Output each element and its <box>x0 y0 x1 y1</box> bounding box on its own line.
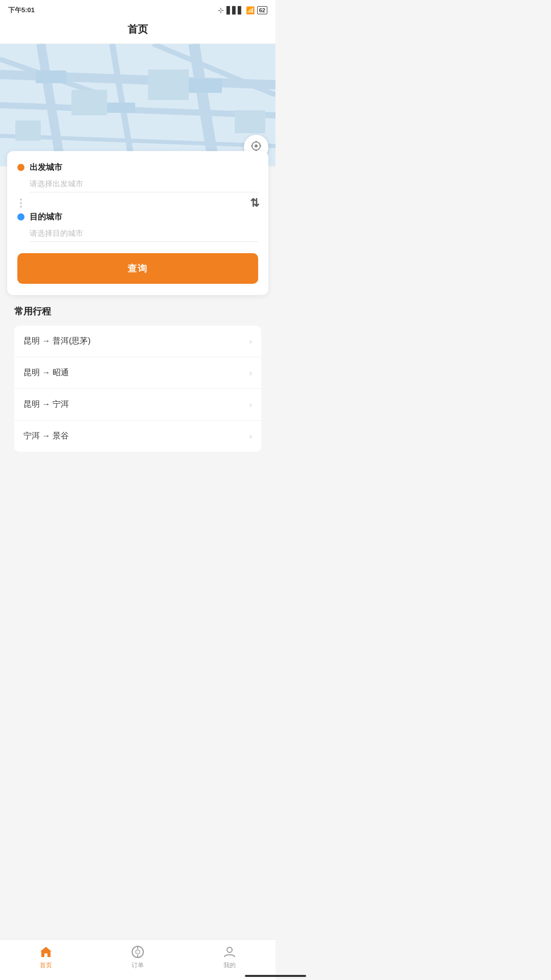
departure-input[interactable] <box>30 176 258 192</box>
destination-row: 目的城市 <box>17 212 258 242</box>
route-text: 昆明 → 普洱(思茅) <box>23 336 91 347</box>
svg-point-17 <box>255 144 258 148</box>
status-time: 下午5:01 <box>8 6 35 15</box>
chevron-right-icon: › <box>249 432 252 441</box>
map-svg <box>0 44 276 166</box>
svg-rect-14 <box>235 110 265 133</box>
chevron-right-icon: › <box>249 369 252 378</box>
wifi-icon: 📶 <box>246 6 255 14</box>
chevron-right-icon: › <box>249 337 252 346</box>
departure-row: 出发城市 <box>17 162 258 192</box>
page-title: 首页 <box>128 23 148 35</box>
svg-rect-12 <box>71 90 107 115</box>
route-text: 昆明 → 宁洱 <box>23 399 69 410</box>
departure-label: 出发城市 <box>30 162 258 173</box>
svg-rect-10 <box>107 103 135 113</box>
vertical-dots <box>20 199 22 208</box>
departure-field: 出发城市 <box>30 162 258 192</box>
divider-section: ⇅ <box>17 194 258 212</box>
common-routes-title: 常用行程 <box>14 305 261 317</box>
status-icons: ⊹ ▋▋▋ 📶 62 <box>218 6 267 14</box>
swap-button[interactable]: ⇅ <box>250 197 258 210</box>
chevron-right-icon: › <box>249 400 252 409</box>
header: 首页 <box>0 18 276 44</box>
signal-icon: ▋▋▋ <box>227 6 243 14</box>
route-text: 宁洱 → 景谷 <box>23 431 69 442</box>
svg-rect-15 <box>15 120 41 141</box>
departure-dot <box>17 164 24 171</box>
common-routes-section: 常用行程 昆明 → 普洱(思茅) › 昆明 → 昭通 › 昆明 → 宁洱 › 宁… <box>0 295 276 457</box>
destination-label: 目的城市 <box>30 212 258 223</box>
destination-input[interactable] <box>30 226 258 242</box>
route-text: 昆明 → 昭通 <box>23 368 69 378</box>
map-area <box>0 44 276 166</box>
route-item[interactable]: 宁洱 → 景谷 › <box>14 421 261 452</box>
destination-dot <box>17 213 24 220</box>
svg-rect-9 <box>36 70 66 83</box>
route-item[interactable]: 昆明 → 普洱(思茅) › <box>14 326 261 357</box>
status-bar: 下午5:01 ⊹ ▋▋▋ 📶 62 <box>0 0 276 18</box>
battery-icon: 62 <box>257 6 267 14</box>
bluetooth-icon: ⊹ <box>218 6 224 14</box>
route-list: 昆明 → 普洱(思茅) › 昆明 → 昭通 › 昆明 → 宁洱 › 宁洱 → 景… <box>14 326 261 452</box>
search-card: 出发城市 ⇅ 目的城市 查询 <box>7 151 268 295</box>
svg-rect-11 <box>189 79 222 93</box>
query-button[interactable]: 查询 <box>17 253 258 284</box>
destination-field: 目的城市 <box>30 212 258 242</box>
route-item[interactable]: 昆明 → 昭通 › <box>14 357 261 389</box>
route-item[interactable]: 昆明 → 宁洱 › <box>14 389 261 421</box>
svg-rect-13 <box>148 69 189 100</box>
